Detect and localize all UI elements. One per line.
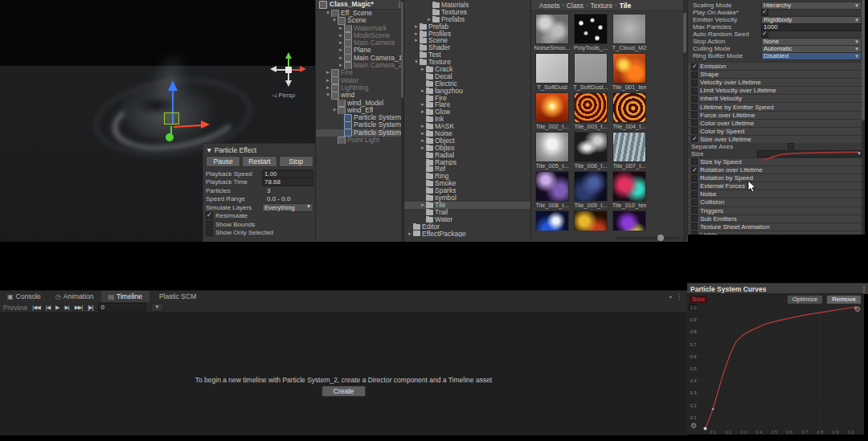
gizmo-z-arrow[interactable] [168, 80, 178, 91]
module-checkbox[interactable] [691, 136, 698, 142]
preview-toggle[interactable]: Preview [3, 304, 27, 312]
breadcrumb-item[interactable]: Tile [620, 2, 632, 10]
hierarchy-item[interactable]: ► Watermark [316, 25, 404, 32]
hierarchy-item[interactable]: wind_Model [316, 100, 404, 107]
module-header[interactable]: Lights [688, 231, 865, 235]
asset-tile[interactable]: T_SoftDust... [572, 53, 609, 91]
transport-button[interactable]: ▶ [55, 304, 59, 311]
asset-tile[interactable]: Tile_013_tex [611, 210, 648, 231]
asset-tile[interactable]: Tile_007_t... [611, 132, 648, 169]
checkbox[interactable] [206, 221, 213, 228]
inspector-scrollbar[interactable] [862, 0, 865, 235]
persp-label[interactable]: ◅ Persp [272, 92, 295, 99]
property-dropdown[interactable]: Hierarchy▼ [761, 2, 862, 10]
module-header[interactable]: Color by Speed [688, 127, 865, 135]
playback-button[interactable]: Stop [279, 156, 313, 167]
asset-tile[interactable]: Tile_012_tex [572, 210, 609, 231]
hierarchy-item[interactable]: ► Water [316, 77, 404, 84]
sub-checkbox[interactable] [788, 143, 794, 149]
particle-effect-title[interactable]: ▼ Particle Effect [206, 146, 313, 154]
hierarchy-item[interactable]: ▼ wind [316, 92, 404, 99]
asset-tile[interactable]: Tile_002_t... [534, 92, 571, 130]
panel-tab[interactable]: Plastic SCM [149, 291, 203, 302]
expand-arrow-icon[interactable]: ► [426, 16, 432, 23]
gizmo-y-handle[interactable] [166, 133, 174, 141]
module-header[interactable]: Sub Emitters [688, 214, 865, 223]
thumbnail-size-slider[interactable] [616, 237, 680, 239]
folder-item[interactable]: Decal [404, 73, 531, 80]
module-checkbox[interactable] [691, 183, 698, 190]
property-textfield[interactable]: 1000 [761, 23, 862, 31]
scene-view[interactable]: ◅ Persp ▼ Particle Effect PauseRestartSt… [0, 0, 315, 242]
asset-thumbnail[interactable] [535, 132, 569, 162]
module-checkbox[interactable] [691, 63, 698, 70]
asset-thumbnail[interactable] [574, 171, 608, 202]
asset-tile[interactable]: Tile_001_tex [611, 53, 648, 91]
playback-button[interactable]: Restart [242, 156, 276, 167]
asset-tile[interactable]: Tile_005_t... [534, 132, 571, 169]
module-header[interactable]: Velocity over Lifetime [688, 78, 865, 86]
expand-arrow-icon[interactable]: ► [413, 31, 420, 38]
module-checkbox[interactable] [691, 158, 698, 165]
module-checkbox[interactable] [691, 199, 698, 206]
expand-arrow-icon[interactable]: ► [325, 77, 331, 84]
hierarchy-item[interactable]: ► Lightning [316, 84, 404, 92]
asset-thumbnail[interactable] [612, 53, 646, 84]
slider-knob[interactable] [657, 235, 664, 241]
asset-tile[interactable]: T_Cloud_M2 [611, 14, 648, 51]
breadcrumb-item[interactable]: Class [567, 2, 583, 10]
expand-arrow-icon[interactable]: ▼ [331, 107, 338, 114]
module-checkbox[interactable] [691, 71, 698, 78]
asset-thumbnail[interactable] [574, 92, 608, 123]
frame-field[interactable]: 0 [98, 303, 146, 312]
folder-item[interactable]: Ring [404, 173, 531, 180]
asset-thumbnail[interactable] [612, 171, 646, 202]
folder-item[interactable]: ► Glow [404, 108, 531, 116]
asset-thumbnail[interactable] [574, 53, 608, 84]
folder-item[interactable]: ► Prefab [404, 23, 531, 31]
module-checkbox[interactable] [691, 112, 698, 118]
module-checkbox[interactable] [691, 80, 698, 86]
module-checkbox[interactable] [691, 207, 698, 214]
property-checkbox[interactable] [761, 31, 768, 38]
folder-item[interactable]: Shader [404, 44, 531, 51]
transport-button[interactable]: |◀◀ [32, 304, 40, 311]
curve-tag[interactable]: Size [690, 296, 707, 303]
asset-thumbnail[interactable] [535, 92, 569, 123]
asset-tile[interactable]: NoiseSmoo... [534, 14, 571, 51]
hierarchy-item[interactable]: ► Main Camera_1 [316, 55, 404, 62]
asset-thumbnail[interactable] [535, 53, 569, 84]
field-value[interactable]: 1.00 [262, 169, 313, 178]
breadcrumb-item[interactable]: Assets [539, 2, 560, 10]
expand-arrow-icon[interactable]: ► [420, 145, 426, 152]
module-header[interactable]: Size over Lifetime [688, 135, 865, 143]
asset-thumbnail[interactable] [612, 132, 646, 162]
scrollbar-thumb[interactable] [683, 13, 686, 53]
gizmo-x-arrow[interactable] [201, 120, 210, 129]
field-value[interactable]: 78.68 [262, 178, 313, 186]
asset-thumbnail[interactable] [612, 14, 646, 44]
gizmo-center-cube[interactable] [285, 67, 292, 73]
folder-item[interactable]: Trail [404, 209, 531, 216]
hierarchy-item[interactable]: ► Main Camera_2 [316, 62, 404, 69]
scrollbar-thumb[interactable] [862, 0, 865, 120]
expand-arrow-icon[interactable]: ► [338, 25, 344, 32]
hierarchy-item[interactable]: Particle System [316, 114, 404, 121]
hierarchy-item[interactable]: Particle System_ [316, 121, 404, 129]
expand-arrow-icon[interactable]: ► [338, 55, 344, 62]
folder-item[interactable]: symbol [404, 194, 531, 202]
folder-item[interactable]: Textures [404, 9, 531, 16]
transport-button[interactable]: |◀ [46, 304, 50, 311]
module-checkbox[interactable] [691, 96, 698, 102]
curve-editor[interactable]: 0.10.20.30.40.50.60.70.80.91.01.00.90.80… [687, 293, 864, 435]
asset-tile[interactable]: T_SoftDust [534, 53, 571, 91]
expand-arrow-icon[interactable]: ► [413, 37, 420, 44]
breadcrumb-item[interactable]: Texture [590, 2, 612, 10]
asset-thumbnail[interactable] [612, 92, 646, 123]
asset-tile[interactable]: Tile_008_t... [534, 171, 571, 209]
folder-item[interactable]: ► Flare [404, 101, 531, 108]
playback-button[interactable]: Pause [206, 156, 240, 167]
hierarchy-item[interactable]: ► Fire [316, 69, 404, 76]
module-checkbox[interactable] [691, 215, 698, 222]
expand-arrow-icon[interactable]: ► [407, 231, 413, 238]
